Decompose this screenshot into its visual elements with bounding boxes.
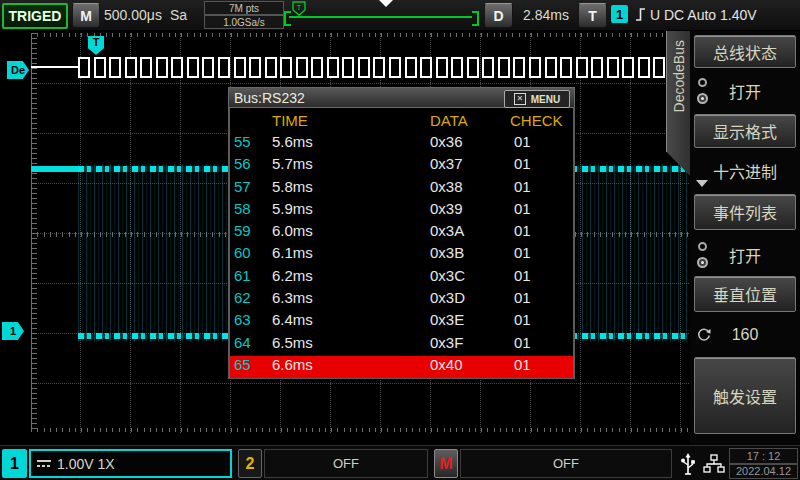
trigger-source-badge: 1 xyxy=(611,5,628,23)
table-row[interactable]: 585.9ms0x3901 xyxy=(230,200,573,222)
row-check: 01 xyxy=(514,244,531,261)
event-list-rows: 555.6ms0x3601565.7ms0x3701575.8ms0x38015… xyxy=(230,133,573,378)
event-list-body: TIME DATA CHECK 555.6ms0x3601565.7ms0x37… xyxy=(228,108,575,379)
row-index: 56 xyxy=(234,155,251,172)
row-check: 01 xyxy=(514,155,531,172)
delay-menu-button[interactable]: D xyxy=(484,3,513,28)
decode-bus-tab[interactable]: DecodeBus xyxy=(666,30,692,178)
table-row[interactable]: 555.6ms0x3601 xyxy=(230,133,573,155)
decode-frame xyxy=(545,57,557,78)
decode-frame xyxy=(389,57,401,78)
decode-frame xyxy=(607,57,619,78)
table-row-selected[interactable]: 656.6ms0x4001 xyxy=(230,356,573,378)
dc-coupling-icon xyxy=(37,459,52,468)
math-status-box[interactable]: OFF xyxy=(460,449,672,478)
ch1-badge[interactable]: 1 xyxy=(2,449,27,478)
table-row[interactable]: 565.7ms0x3701 xyxy=(230,155,573,177)
row-index: 60 xyxy=(234,244,251,261)
sidebar-item-display-format-value[interactable]: 十六进制 xyxy=(694,152,796,190)
decode-frame xyxy=(187,57,199,78)
row-check: 01 xyxy=(514,356,531,373)
decode-frame xyxy=(467,57,479,78)
memory-position-bar xyxy=(289,16,472,18)
table-row[interactable]: 616.2ms0x3C01 xyxy=(230,267,573,289)
decode-frame xyxy=(234,57,246,78)
decode-frame xyxy=(311,57,323,78)
sidebar-item-trigger-setup-button[interactable]: 触发设置 xyxy=(694,357,796,434)
sidebar-item-vertical-position-value[interactable]: 160 xyxy=(694,318,796,352)
row-data: 0x3C xyxy=(430,267,465,284)
memory-bar-right-bracket xyxy=(472,11,479,26)
date-display: 2022.04.12 xyxy=(729,464,798,480)
ch2-badge[interactable]: 2 xyxy=(238,449,262,478)
decode-frame xyxy=(482,57,494,78)
trigger-menu-button[interactable]: T xyxy=(578,3,607,28)
row-data: 0x38 xyxy=(430,178,463,195)
column-header-check: CHECK xyxy=(510,112,563,129)
decode-frame xyxy=(498,57,510,78)
chevron-down-icon xyxy=(696,180,708,187)
table-row[interactable]: 606.1ms0x3B01 xyxy=(230,244,573,266)
table-row[interactable]: 646.5ms0x3F01 xyxy=(230,334,573,356)
radio-indicator-icon xyxy=(697,78,709,104)
row-data: 0x3A xyxy=(430,222,464,239)
decode-frame xyxy=(265,57,277,78)
row-check: 01 xyxy=(514,334,531,351)
sidebar-item-display-format-button[interactable]: 显示格式 xyxy=(694,114,796,148)
horizontal-menu-button[interactable]: M xyxy=(72,3,100,28)
soft-menu-sidebar: 总线状态打开显示格式十六进制事件列表打开垂直位置160触发设置 xyxy=(690,30,800,445)
ch1-idle-trace xyxy=(31,166,78,172)
table-row[interactable]: 596.0ms0x3A01 xyxy=(230,222,573,244)
ch2-status-box[interactable]: OFF xyxy=(264,449,428,478)
sidebar-item-label: 打开 xyxy=(729,79,761,103)
decode-frame xyxy=(218,57,230,78)
sidebar-item-vertical-position-button[interactable]: 垂直位置 xyxy=(694,276,796,312)
row-data: 0x3F xyxy=(430,334,463,351)
table-row[interactable]: 626.3ms0x3D01 xyxy=(230,289,573,311)
menu-button[interactable]: ✕ MENU xyxy=(504,90,570,108)
table-row[interactable]: 575.8ms0x3801 xyxy=(230,178,573,200)
decode-frame xyxy=(576,57,588,78)
decode-channel-marker[interactable]: De xyxy=(7,61,29,79)
decode-frame xyxy=(591,57,603,78)
knob-rotate-icon xyxy=(697,328,711,342)
row-check: 01 xyxy=(514,311,531,328)
event-list-titlebar[interactable]: Bus:RS232 ✕ MENU xyxy=(228,87,575,108)
sidebar-item-event-list-value[interactable]: 打开 xyxy=(694,238,796,272)
decode-frame xyxy=(405,57,417,78)
decode-frame xyxy=(420,57,432,78)
sidebar-item-label: 事件列表 xyxy=(713,200,777,224)
ch1-settings-box[interactable]: 1.00V 1X xyxy=(29,449,232,478)
sidebar-item-label: 十六进制 xyxy=(713,159,777,183)
rising-edge-icon xyxy=(634,6,647,23)
memory-depth: 7M pts xyxy=(204,1,284,15)
bottom-tick-row xyxy=(31,428,689,432)
radio-indicator-icon xyxy=(697,242,709,268)
decode-frame xyxy=(140,57,152,78)
ch1-position-marker[interactable]: 1 xyxy=(2,322,24,340)
view-position-indicator-icon[interactable] xyxy=(379,0,393,7)
sidebar-item-event-list-button[interactable]: 事件列表 xyxy=(694,194,796,230)
decode-frame xyxy=(296,57,308,78)
row-data: 0x3B xyxy=(430,244,464,261)
decode-frame xyxy=(358,57,370,78)
row-data: 0x36 xyxy=(430,133,463,150)
row-index: 62 xyxy=(234,289,251,306)
decode-frame xyxy=(560,57,572,78)
math-badge[interactable]: M xyxy=(434,449,458,478)
row-check: 01 xyxy=(514,222,531,239)
table-row[interactable]: 636.4ms0x3E01 xyxy=(230,311,573,333)
column-header-time: TIME xyxy=(272,112,308,129)
row-check: 01 xyxy=(514,133,531,150)
decode-frame xyxy=(327,57,339,78)
row-time: 6.6ms xyxy=(272,356,313,373)
decode-frame xyxy=(342,57,354,78)
svg-text:T: T xyxy=(297,3,302,12)
sidebar-item-label: 垂直位置 xyxy=(713,282,777,306)
sidebar-item-bus-status-value[interactable]: 打开 xyxy=(694,72,796,110)
trigger-position-flag[interactable]: T xyxy=(88,36,104,55)
decode-frame xyxy=(171,57,183,78)
sidebar-item-bus-status-button[interactable]: 总线状态 xyxy=(694,35,796,68)
decode-frame-trace xyxy=(78,57,670,79)
top-tick-row xyxy=(31,33,689,37)
